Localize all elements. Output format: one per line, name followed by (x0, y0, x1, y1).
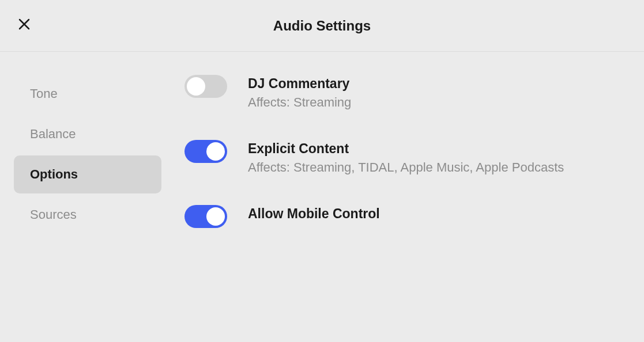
sidebar-item-label: Balance (30, 127, 76, 141)
option-row-dj-commentary: DJ Commentary Affects: Streaming (184, 75, 621, 110)
option-text: DJ Commentary Affects: Streaming (248, 75, 351, 110)
close-icon (17, 17, 31, 31)
option-row-explicit-content: Explicit Content Affects: Streaming, TID… (184, 140, 621, 175)
sidebar-item-sources[interactable]: Sources (14, 196, 161, 234)
option-title: DJ Commentary (248, 76, 351, 92)
toggle-explicit-content[interactable] (184, 140, 227, 163)
option-subtitle: Affects: Streaming (248, 95, 351, 110)
sidebar-item-options[interactable]: Options (14, 155, 161, 193)
toggle-allow-mobile-control[interactable] (184, 205, 227, 228)
toggle-knob (206, 142, 225, 161)
option-subtitle: Affects: Streaming, TIDAL, Apple Music, … (248, 160, 564, 175)
header: Audio Settings (0, 0, 644, 52)
option-text: Allow Mobile Control (248, 205, 380, 225)
sidebar-item-balance[interactable]: Balance (14, 115, 161, 153)
sidebar-item-label: Tone (30, 86, 58, 101)
toggle-knob (187, 77, 205, 96)
option-title: Allow Mobile Control (248, 206, 380, 222)
sidebar: Tone Balance Options Sources (0, 75, 161, 258)
sidebar-item-tone[interactable]: Tone (14, 75, 161, 113)
close-button[interactable] (16, 16, 32, 32)
toggle-knob (206, 207, 225, 226)
main-panel: DJ Commentary Affects: Streaming Explici… (161, 75, 644, 258)
page-title: Audio Settings (273, 18, 371, 34)
option-title: Explicit Content (248, 141, 564, 157)
toggle-dj-commentary[interactable] (184, 75, 227, 98)
sidebar-item-label: Sources (30, 207, 77, 222)
option-text: Explicit Content Affects: Streaming, TID… (248, 140, 564, 175)
content: Tone Balance Options Sources DJ Commenta… (0, 52, 644, 258)
sidebar-item-label: Options (30, 167, 78, 181)
option-row-allow-mobile-control: Allow Mobile Control (184, 205, 621, 228)
